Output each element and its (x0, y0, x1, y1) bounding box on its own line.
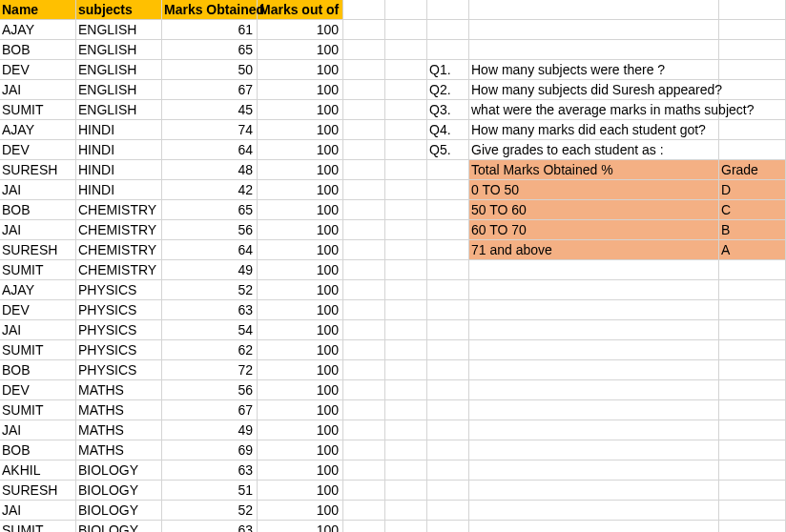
empty-cell[interactable] (385, 420, 427, 440)
table-cell-outof[interactable]: 100 (258, 280, 343, 300)
table-cell-name[interactable]: BOB (0, 40, 76, 60)
table-cell-outof[interactable]: 100 (258, 40, 343, 60)
empty-cell[interactable] (385, 240, 427, 260)
grade-letter[interactable]: B (719, 220, 786, 240)
empty-cell[interactable] (343, 420, 385, 440)
empty-cell[interactable] (385, 180, 427, 200)
empty-cell[interactable] (385, 521, 427, 532)
table-cell-name[interactable]: JAI (0, 320, 76, 340)
question-text[interactable]: How many subjects did Suresh appeared? (469, 80, 719, 100)
table-cell-obtained[interactable]: 49 (162, 420, 258, 440)
empty-cell[interactable] (427, 260, 469, 280)
empty-cell[interactable] (343, 501, 385, 521)
table-cell-outof[interactable]: 100 (258, 440, 343, 460)
table-cell-subject[interactable]: CHEMISTRY (76, 260, 162, 280)
empty-cell[interactable] (427, 280, 469, 300)
empty-cell[interactable] (343, 360, 385, 380)
grade-header-right[interactable]: Grade (719, 160, 786, 180)
empty-cell[interactable] (469, 360, 719, 380)
grade-header-left[interactable]: Total Marks Obtained % (469, 160, 719, 180)
table-cell-obtained[interactable]: 63 (162, 460, 258, 481)
empty-cell[interactable] (469, 320, 719, 340)
empty-cell[interactable] (719, 0, 786, 20)
table-cell-name[interactable]: AJAY (0, 280, 76, 300)
table-cell-outof[interactable]: 100 (258, 60, 343, 80)
question-number[interactable]: Q5. (427, 140, 469, 160)
empty-cell[interactable] (385, 320, 427, 340)
empty-cell[interactable] (343, 200, 385, 220)
table-cell-name[interactable]: JAI (0, 220, 76, 240)
empty-cell[interactable] (719, 460, 786, 481)
table-cell-name[interactable]: AJAY (0, 120, 76, 140)
grade-letter[interactable]: C (719, 200, 786, 220)
table-cell-subject[interactable]: MATHS (76, 440, 162, 460)
empty-cell[interactable] (385, 0, 427, 20)
table-cell-outof[interactable]: 100 (258, 400, 343, 420)
table-cell-subject[interactable]: PHYSICS (76, 340, 162, 360)
table-cell-subject[interactable]: PHYSICS (76, 360, 162, 380)
empty-cell[interactable] (343, 440, 385, 460)
empty-cell[interactable] (427, 160, 469, 180)
table-cell-subject[interactable]: ENGLISH (76, 20, 162, 40)
table-cell-obtained[interactable]: 54 (162, 320, 258, 340)
table-cell-obtained[interactable]: 52 (162, 501, 258, 521)
table-cell-subject[interactable]: HINDI (76, 140, 162, 160)
empty-cell[interactable] (385, 340, 427, 360)
table-cell-subject[interactable]: BIOLOGY (76, 521, 162, 532)
empty-cell[interactable] (469, 20, 719, 40)
table-cell-name[interactable]: BOB (0, 360, 76, 380)
empty-cell[interactable] (385, 481, 427, 501)
empty-cell[interactable] (385, 20, 427, 40)
empty-cell[interactable] (719, 501, 786, 521)
table-cell-obtained[interactable]: 65 (162, 200, 258, 220)
grade-range[interactable]: 50 TO 60 (469, 200, 719, 220)
table-cell-subject[interactable]: HINDI (76, 160, 162, 180)
empty-cell[interactable] (719, 521, 786, 532)
empty-cell[interactable] (343, 60, 385, 80)
table-cell-outof[interactable]: 100 (258, 240, 343, 260)
table-cell-outof[interactable]: 100 (258, 180, 343, 200)
table-cell-name[interactable]: JAI (0, 180, 76, 200)
table-cell-name[interactable]: SURESH (0, 240, 76, 260)
table-cell-name[interactable]: DEV (0, 60, 76, 80)
table-cell-subject[interactable]: HINDI (76, 180, 162, 200)
empty-cell[interactable] (385, 160, 427, 180)
empty-cell[interactable] (343, 521, 385, 532)
table-cell-name[interactable]: SUMIT (0, 400, 76, 420)
table-cell-outof[interactable]: 100 (258, 140, 343, 160)
empty-cell[interactable] (719, 420, 786, 440)
grade-letter[interactable]: D (719, 180, 786, 200)
empty-cell[interactable] (385, 200, 427, 220)
empty-cell[interactable] (385, 360, 427, 380)
table-cell-subject[interactable]: ENGLISH (76, 40, 162, 60)
table-cell-outof[interactable]: 100 (258, 380, 343, 400)
empty-cell[interactable] (427, 40, 469, 60)
question-number[interactable]: Q1. (427, 60, 469, 80)
empty-cell[interactable] (469, 400, 719, 420)
table-cell-name[interactable]: AKHIL (0, 460, 76, 481)
table-cell-name[interactable]: JAI (0, 80, 76, 100)
empty-cell[interactable] (469, 300, 719, 320)
empty-cell[interactable] (427, 320, 469, 340)
empty-cell[interactable] (719, 60, 786, 80)
question-number[interactable]: Q3. (427, 100, 469, 120)
empty-cell[interactable] (343, 80, 385, 100)
table-cell-outof[interactable]: 100 (258, 481, 343, 501)
grade-range[interactable]: 60 TO 70 (469, 220, 719, 240)
table-cell-subject[interactable]: CHEMISTRY (76, 200, 162, 220)
empty-cell[interactable] (343, 20, 385, 40)
empty-cell[interactable] (385, 60, 427, 80)
table-cell-name[interactable]: SUMIT (0, 260, 76, 280)
empty-cell[interactable] (385, 440, 427, 460)
table-cell-obtained[interactable]: 74 (162, 120, 258, 140)
table-cell-subject[interactable]: MATHS (76, 420, 162, 440)
empty-cell[interactable] (343, 460, 385, 481)
table-cell-outof[interactable]: 100 (258, 160, 343, 180)
table-cell-outof[interactable]: 100 (258, 501, 343, 521)
empty-cell[interactable] (719, 360, 786, 380)
table-cell-obtained[interactable]: 61 (162, 20, 258, 40)
table-cell-obtained[interactable]: 67 (162, 80, 258, 100)
table-cell-subject[interactable]: CHEMISTRY (76, 220, 162, 240)
table-cell-obtained[interactable]: 45 (162, 100, 258, 120)
table-cell-outof[interactable]: 100 (258, 200, 343, 220)
